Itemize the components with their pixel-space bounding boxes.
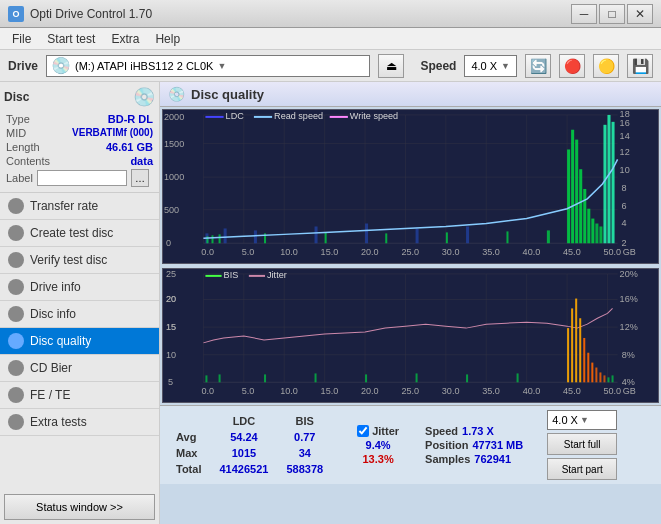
menu-start-test[interactable]: Start test [39,30,103,48]
svg-rect-138 [205,275,221,277]
sidebar-item-verify-test-disc[interactable]: Verify test disc [0,247,159,274]
svg-rect-133 [595,368,597,383]
samples-key: Samples [425,453,470,465]
sidebar-item-disc-quality[interactable]: Disc quality [0,328,159,355]
settings-button1[interactable]: 🔴 [559,54,585,78]
svg-rect-70 [612,122,615,243]
content-area: 💿 Disc quality [160,82,661,524]
svg-text:25: 25 [166,269,176,279]
speed-value: 4.0 X [471,60,497,72]
sidebar-item-create-test-disc[interactable]: Create test disc [0,220,159,247]
svg-rect-44 [224,228,227,243]
position-val: 47731 MB [472,439,523,451]
settings-button2[interactable]: 🟡 [593,54,619,78]
speed-position-column: Speed 1.73 X Position 47731 MB Samples 7… [425,425,523,465]
svg-text:0.0: 0.0 [201,386,214,396]
svg-text:5.0: 5.0 [242,247,255,257]
menu-help[interactable]: Help [147,30,188,48]
svg-text:20%: 20% [620,269,638,279]
extra-tests-label: Extra tests [30,415,87,429]
svg-rect-48 [416,228,419,243]
maximize-button[interactable]: □ [599,4,625,24]
col-empty [168,414,209,428]
stats-speed-chevron-icon: ▼ [580,415,589,425]
sidebar-item-fe-te[interactable]: FE / TE [0,382,159,409]
svg-rect-132 [591,363,593,383]
jitter-column: Jitter 9.4% 13.3% [357,425,399,465]
svg-rect-122 [365,374,367,382]
disc-mid-row: MID VERBATIMf (000) [4,126,155,140]
svg-rect-140 [249,275,265,277]
svg-text:40.0: 40.0 [523,247,541,257]
type-value: BD-R DL [108,113,153,125]
svg-rect-128 [575,299,577,383]
jitter-checkbox[interactable] [357,425,369,437]
avg-bis: 0.77 [278,430,331,444]
svg-rect-67 [599,226,602,243]
drive-select[interactable]: 💿 (M:) ATAPI iHBS112 2 CL0K ▼ [46,55,370,77]
disc-quality-header: 💿 Disc quality [160,82,661,107]
svg-text:10: 10 [166,350,176,360]
sidebar-item-extra-tests[interactable]: Extra tests [0,409,159,436]
svg-text:12: 12 [620,147,630,157]
cd-bier-label: CD Bier [30,361,72,375]
drive-value: (M:) ATAPI iHBS112 2 CL0K [75,60,213,72]
svg-rect-65 [591,219,594,244]
extra-tests-icon [8,414,24,430]
speed-row: Speed 1.73 X [425,425,523,437]
speed-select[interactable]: 4.0 X ▼ [464,55,517,77]
disc-section: Disc 💿 Type BD-R DL MID VERBATIMf (000) … [0,82,159,193]
chart1-svg: 0 500 1000 1500 2000 2 4 6 8 10 12 14 16… [163,110,658,263]
close-button[interactable]: ✕ [627,4,653,24]
sidebar-item-drive-info[interactable]: Drive info [0,274,159,301]
svg-rect-46 [315,226,318,243]
sidebar-item-transfer-rate[interactable]: Transfer rate [0,193,159,220]
avg-label: Avg [168,430,209,444]
svg-text:45.0: 45.0 [563,247,581,257]
create-test-icon [8,225,24,241]
app-title: Opti Drive Control 1.70 [30,7,152,21]
svg-text:12%: 12% [620,322,638,332]
cd-bier-icon [8,360,24,376]
svg-rect-121 [315,373,317,382]
label-input[interactable] [37,170,127,186]
svg-text:LDC: LDC [226,111,245,121]
create-test-label: Create test disc [30,226,113,240]
stats-speed-dropdown[interactable]: 4.0 X ▼ [547,410,617,430]
svg-rect-130 [583,338,585,382]
label-browse-button[interactable]: … [131,169,149,187]
minimize-button[interactable]: ─ [571,4,597,24]
position-row: Position 47731 MB [425,439,523,451]
svg-rect-127 [571,308,573,382]
save-button[interactable]: 💾 [627,54,653,78]
menu-extra[interactable]: Extra [103,30,147,48]
title-bar: O Opti Drive Control 1.70 ─ □ ✕ [0,0,661,28]
disc-info-icon [8,306,24,322]
svg-rect-136 [607,377,609,382]
verify-test-label: Verify test disc [30,253,107,267]
refresh-button[interactable]: 🔄 [525,54,551,78]
svg-rect-63 [583,189,586,243]
status-window-button[interactable]: Status window >> [4,494,155,520]
app-icon: O [8,6,24,22]
sidebar: Disc 💿 Type BD-R DL MID VERBATIMf (000) … [0,82,160,524]
svg-text:20.0: 20.0 [361,386,379,396]
svg-text:Write speed: Write speed [350,111,398,121]
disc-type-row: Type BD-R DL [4,112,155,126]
avg-ldc: 54.24 [211,430,276,444]
menu-file[interactable]: File [4,30,39,48]
drive-info-icon [8,279,24,295]
type-label: Type [6,113,30,125]
label-label: Label [6,172,33,184]
start-part-button[interactable]: Start part [547,458,617,480]
svg-text:50.0: 50.0 [603,386,621,396]
svg-text:GB: GB [623,247,636,257]
stats-section: LDC BIS Avg 54.24 0.77 Max 1015 34 [160,405,661,484]
disc-quality-label: Disc quality [30,334,91,348]
svg-text:5: 5 [168,377,173,387]
eject-button[interactable]: ⏏ [378,54,404,78]
sidebar-item-disc-info[interactable]: Disc info [0,301,159,328]
max-bis: 34 [278,446,331,460]
sidebar-item-cd-bier[interactable]: CD Bier [0,355,159,382]
start-full-button[interactable]: Start full [547,433,617,455]
